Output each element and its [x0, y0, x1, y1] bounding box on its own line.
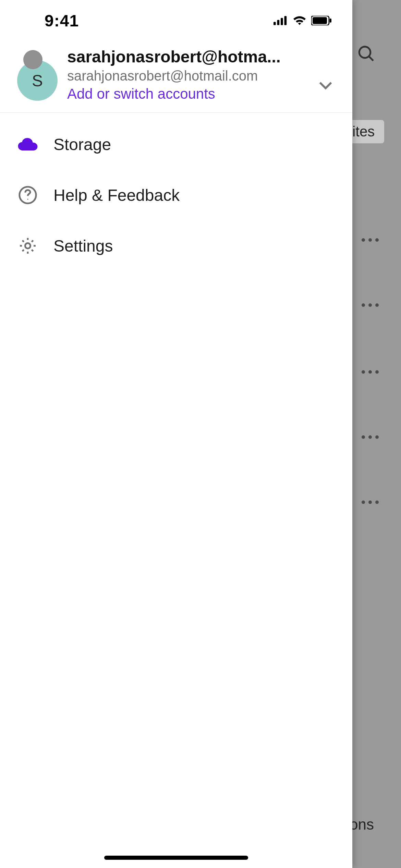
menu-label: Storage — [53, 135, 111, 154]
more-icon — [368, 238, 372, 242]
more-icon — [368, 303, 372, 307]
account-email: sarahjonasrobert@hotmail.com — [67, 68, 293, 84]
search-icon[interactable] — [356, 44, 384, 71]
avatar-letter: S — [32, 71, 43, 90]
cellular-icon — [274, 16, 288, 25]
more-icon — [362, 435, 365, 439]
more-icon — [362, 303, 365, 307]
more-icon — [362, 501, 365, 504]
list-row-more[interactable] — [353, 302, 387, 309]
status-bar: 9:41 — [0, 0, 352, 41]
list-row-more[interactable] — [353, 499, 387, 506]
list-row-more[interactable] — [353, 237, 387, 243]
gear-icon — [17, 235, 38, 256]
avatar-secondary-dot — [23, 50, 42, 69]
svg-line-1 — [369, 56, 373, 61]
wifi-icon — [293, 16, 306, 25]
svg-point-11 — [25, 243, 30, 248]
account-info: sarahjonasrobert@hotma... sarahjonasrobe… — [67, 47, 339, 102]
menu-item-storage[interactable]: Storage — [0, 119, 352, 170]
svg-point-0 — [359, 47, 370, 58]
svg-rect-7 — [313, 17, 327, 24]
svg-point-10 — [27, 198, 28, 200]
svg-rect-5 — [284, 16, 287, 25]
home-indicator[interactable] — [104, 856, 248, 860]
svg-rect-2 — [274, 22, 276, 25]
status-icons — [274, 16, 332, 25]
svg-rect-8 — [330, 19, 331, 23]
svg-rect-3 — [277, 20, 280, 25]
more-icon — [368, 501, 372, 504]
cloud-icon — [17, 134, 38, 155]
help-circle-icon — [17, 184, 38, 206]
battery-icon — [311, 16, 332, 25]
status-time: 9:41 — [45, 11, 79, 30]
chevron-down-icon — [316, 75, 335, 95]
more-icon — [362, 238, 365, 242]
more-icon — [375, 501, 379, 504]
list-row-more[interactable] — [353, 369, 387, 375]
side-drawer: 9:41 S — [0, 0, 352, 868]
drawer-menu: Storage Help & Feedback Settings — [0, 113, 352, 285]
menu-item-settings[interactable]: Settings — [0, 220, 352, 271]
more-icon — [362, 370, 365, 374]
add-switch-accounts-link[interactable]: Add or switch accounts — [67, 86, 339, 102]
menu-item-help[interactable]: Help & Feedback — [0, 170, 352, 220]
bottom-nav-partial[interactable]: ons — [350, 816, 374, 833]
more-icon — [375, 303, 379, 307]
account-name: sarahjonasrobert@hotma... — [67, 47, 293, 66]
more-icon — [375, 435, 379, 439]
more-icon — [375, 370, 379, 374]
account-header[interactable]: S sarahjonasrobert@hotma... sarahjonasro… — [0, 41, 352, 113]
avatar[interactable]: S — [17, 60, 58, 101]
more-icon — [368, 435, 372, 439]
list-row-more[interactable] — [353, 434, 387, 441]
more-icon — [375, 238, 379, 242]
svg-rect-4 — [281, 18, 283, 25]
more-icon — [368, 370, 372, 374]
expand-account-button[interactable] — [316, 75, 335, 95]
menu-label: Help & Feedback — [53, 186, 180, 205]
menu-label: Settings — [53, 237, 113, 255]
